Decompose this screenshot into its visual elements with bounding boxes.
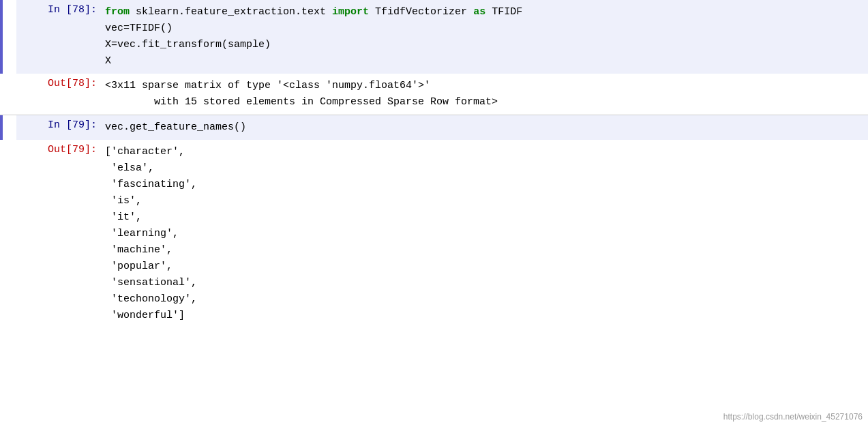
cell-78-output: Out[78]: <3x11 sparse matrix of type '<c…	[0, 74, 868, 115]
cell-78-out-prompt: Out[78]:	[16, 74, 105, 115]
cell-left-bar-empty	[0, 74, 16, 115]
cell-79-out-prompt: Out[79]:	[16, 140, 105, 328]
code-text: TFIDF	[485, 6, 522, 18]
cell-left-bar-79	[0, 115, 16, 140]
code-line-1: from sklearn.feature_extraction.text imp…	[105, 4, 863, 20]
code-text: vec=TFIDF()	[105, 23, 173, 34]
code-text: sklearn.feature_extraction.text	[130, 6, 332, 18]
cell-79-code[interactable]: vec.get_feature_names()	[105, 115, 868, 140]
code-line-4: X	[105, 53, 863, 70]
code-line-79-1: vec.get_feature_names()	[105, 119, 863, 136]
cell-79-output-content: ['character', 'elsa', 'fascinating', 'is…	[105, 140, 868, 328]
output-text-79: ['character', 'elsa', 'fascinating', 'is…	[105, 144, 863, 324]
kw-from: from	[105, 6, 130, 18]
cell-left-bar	[0, 0, 16, 74]
cell-left-bar-empty-79	[0, 140, 16, 328]
watermark: https://blog.csdn.net/weixin_45271076	[723, 412, 863, 422]
cell-79-input: In [79]: vec.get_feature_names()	[0, 115, 868, 140]
notebook: In [78]: from sklearn.feature_extraction…	[0, 0, 868, 328]
code-line-3: X=vec.fit_transform(sample)	[105, 37, 863, 53]
cell-78-code[interactable]: from sklearn.feature_extraction.text imp…	[105, 0, 868, 74]
kw-import: import	[332, 6, 369, 18]
output-text-78: <3x11 sparse matrix of type '<class 'num…	[105, 78, 863, 111]
cell-79-prompt: In [79]:	[16, 115, 105, 140]
code-text: TfidfVectorizer	[369, 6, 473, 18]
code-line-2: vec=TFIDF()	[105, 20, 863, 37]
code-text: vec.get_feature_names()	[105, 121, 246, 133]
kw-as: as	[473, 6, 485, 18]
code-text: X	[105, 55, 111, 67]
cell-78-prompt: In [78]:	[16, 0, 105, 74]
cell-79-output: Out[79]: ['character', 'elsa', 'fascinat…	[0, 140, 868, 328]
code-text: X=vec.fit_transform(sample)	[105, 39, 271, 50]
cell-78-output-content: <3x11 sparse matrix of type '<class 'num…	[105, 74, 868, 115]
cell-78-input: In [78]: from sklearn.feature_extraction…	[0, 0, 868, 74]
